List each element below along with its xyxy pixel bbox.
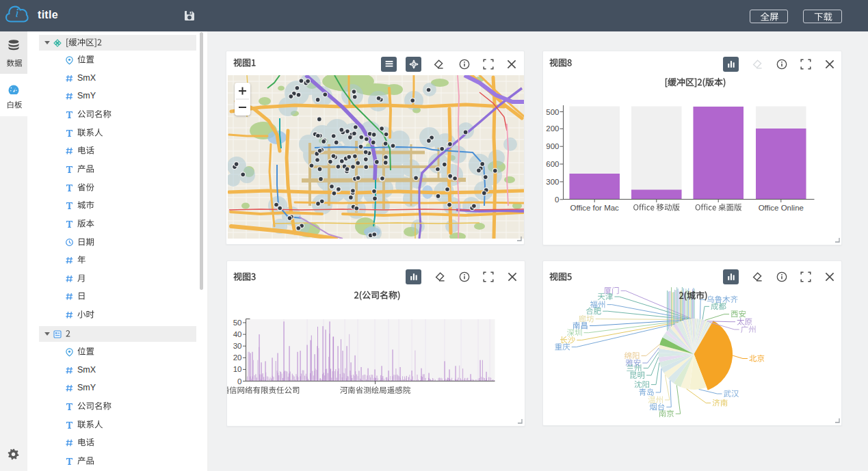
svg-text:Office for Mac: Office for Mac [570, 204, 619, 212]
svg-text:600: 600 [546, 160, 559, 168]
svg-text:900: 900 [546, 142, 559, 150]
svg-text:10: 10 [233, 365, 241, 373]
svg-text:20: 20 [233, 353, 241, 362]
svg-text:0: 0 [237, 377, 241, 386]
svg-text:50: 50 [233, 319, 241, 327]
svg-text:30: 30 [233, 342, 241, 350]
svg-text:Office Online: Office Online [758, 204, 803, 212]
svg-text:300: 300 [546, 178, 559, 186]
svg-text:40: 40 [233, 330, 241, 338]
svg-text:0: 0 [555, 196, 559, 204]
